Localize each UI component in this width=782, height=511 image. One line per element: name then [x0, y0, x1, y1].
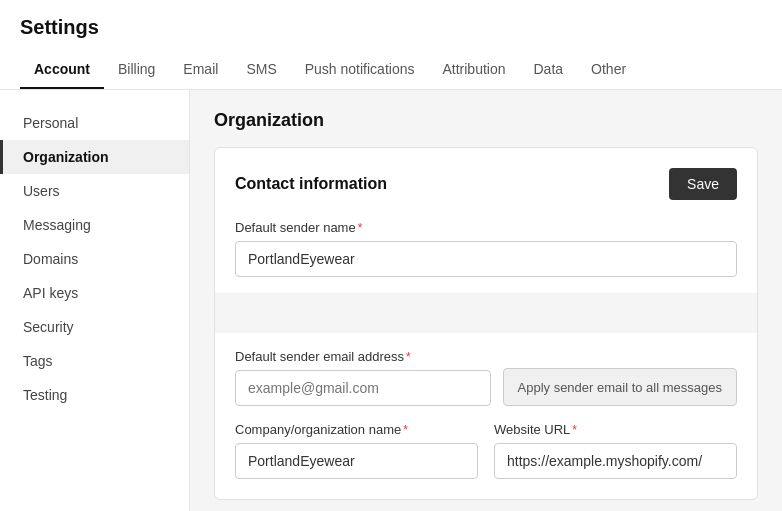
sidebar: PersonalOrganizationUsersMessagingDomain…	[0, 90, 190, 511]
top-nav: AccountBillingEmailSMSPush notifications…	[20, 51, 762, 89]
card-title: Contact information	[235, 175, 387, 193]
sender-email-field-group: Default sender email address *	[235, 349, 491, 406]
website-url-field-group: Website URL *	[494, 422, 737, 479]
required-indicator: *	[406, 350, 411, 364]
top-nav-item-billing[interactable]: Billing	[104, 51, 169, 89]
company-name-field-group: Company/organization name *	[235, 422, 478, 479]
top-nav-item-sms[interactable]: SMS	[232, 51, 290, 89]
website-url-input[interactable]	[494, 443, 737, 479]
sidebar-item-domains[interactable]: Domains	[0, 242, 189, 276]
top-nav-item-data[interactable]: Data	[520, 51, 578, 89]
required-indicator: *	[572, 423, 577, 437]
sidebar-item-personal[interactable]: Personal	[0, 106, 189, 140]
sidebar-item-users[interactable]: Users	[0, 174, 189, 208]
section-title: Organization	[214, 110, 758, 131]
contact-info-card: Contact information Save Default sender …	[214, 147, 758, 500]
top-nav-item-push[interactable]: Push notifications	[291, 51, 429, 89]
sender-name-input[interactable]	[235, 241, 737, 277]
top-nav-item-attribution[interactable]: Attribution	[428, 51, 519, 89]
sender-email-row: Default sender email address * Apply sen…	[235, 349, 737, 406]
sender-name-field-group: Default sender name *	[235, 220, 737, 277]
card-header: Contact information Save	[235, 168, 737, 200]
sender-email-input[interactable]	[235, 370, 491, 406]
card-divider	[215, 293, 757, 333]
sender-email-label: Default sender email address *	[235, 349, 491, 364]
required-indicator: *	[358, 221, 363, 235]
top-nav-item-other[interactable]: Other	[577, 51, 640, 89]
sender-name-label: Default sender name *	[235, 220, 737, 235]
page-title: Settings	[20, 16, 762, 39]
sidebar-item-organization[interactable]: Organization	[0, 140, 189, 174]
sidebar-item-security[interactable]: Security	[0, 310, 189, 344]
website-url-label: Website URL *	[494, 422, 737, 437]
save-button[interactable]: Save	[669, 168, 737, 200]
company-name-input[interactable]	[235, 443, 478, 479]
sidebar-item-testing[interactable]: Testing	[0, 378, 189, 412]
main-layout: PersonalOrganizationUsersMessagingDomain…	[0, 90, 782, 511]
page-header: Settings AccountBillingEmailSMSPush noti…	[0, 0, 782, 90]
content-area: Organization Contact information Save De…	[190, 90, 782, 511]
sidebar-item-api-keys[interactable]: API keys	[0, 276, 189, 310]
sidebar-item-messaging[interactable]: Messaging	[0, 208, 189, 242]
apply-sender-email-button[interactable]: Apply sender email to all messages	[503, 368, 738, 406]
company-website-row: Company/organization name * Website URL …	[235, 422, 737, 479]
required-indicator: *	[403, 423, 408, 437]
company-name-label: Company/organization name *	[235, 422, 478, 437]
sidebar-item-tags[interactable]: Tags	[0, 344, 189, 378]
top-nav-item-account[interactable]: Account	[20, 51, 104, 89]
top-nav-item-email[interactable]: Email	[169, 51, 232, 89]
